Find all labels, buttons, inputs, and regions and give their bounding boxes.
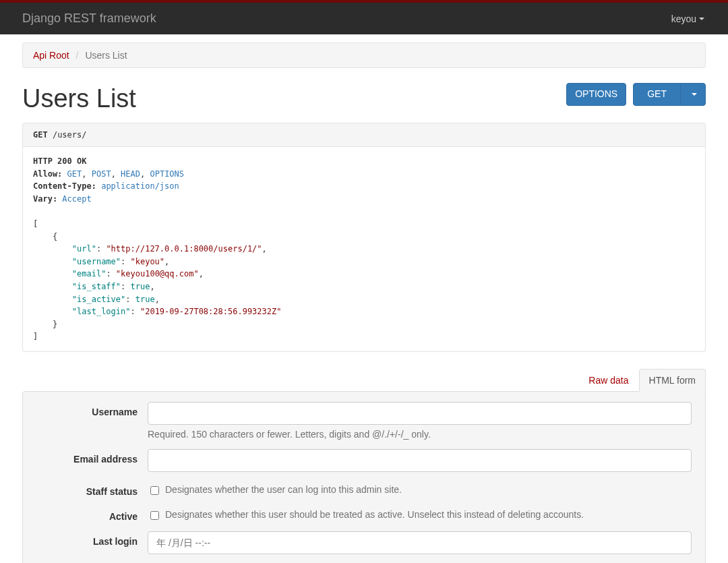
tab-html-form[interactable]: HTML form <box>639 369 706 392</box>
staff-status-help: Designates whether the user can log into… <box>165 484 402 495</box>
request-line: GET /users/ <box>22 123 706 147</box>
email-input[interactable] <box>148 449 692 472</box>
user-name: keyou <box>671 13 696 24</box>
active-label: Active <box>36 506 148 522</box>
staff-status-label: Staff status <box>36 481 148 497</box>
last-login-label: Last login <box>36 531 148 547</box>
request-method: GET <box>33 130 48 140</box>
request-path: /users/ <box>53 130 87 140</box>
navbar: Django REST framework keyou <box>0 3 728 34</box>
caret-down-icon <box>699 18 704 20</box>
form-tabs: Raw data HTML form <box>22 369 706 392</box>
username-input[interactable] <box>148 402 692 425</box>
caret-down-icon <box>692 93 697 96</box>
get-button-group: GET <box>633 83 706 106</box>
brand-link[interactable]: Django REST framework <box>22 11 156 26</box>
staff-status-checkbox[interactable] <box>150 486 159 495</box>
username-label: Username <box>36 402 148 417</box>
user-menu[interactable]: keyou <box>671 13 718 24</box>
tab-raw-data[interactable]: Raw data <box>578 369 638 392</box>
last-login-input[interactable] <box>148 531 692 554</box>
breadcrumb-current: Users List <box>85 50 127 61</box>
breadcrumb-separator: / <box>72 50 83 61</box>
email-label: Email address <box>36 449 148 465</box>
get-button[interactable]: GET <box>633 83 681 106</box>
username-help: Required. 150 characters or fewer. Lette… <box>148 429 692 440</box>
post-form-panel: Username Required. 150 characters or few… <box>22 391 706 563</box>
breadcrumb: Api Root / Users List <box>22 42 706 68</box>
breadcrumb-root-link[interactable]: Api Root <box>33 50 69 61</box>
page-title: Users List <box>22 84 136 113</box>
options-button[interactable]: OPTIONS <box>566 83 626 106</box>
get-dropdown-toggle[interactable] <box>680 83 706 106</box>
response-body: HTTP 200 OK Allow: GET, POST, HEAD, OPTI… <box>22 147 706 352</box>
active-checkbox[interactable] <box>150 511 159 520</box>
active-help: Designates whether this user should be t… <box>165 509 584 520</box>
